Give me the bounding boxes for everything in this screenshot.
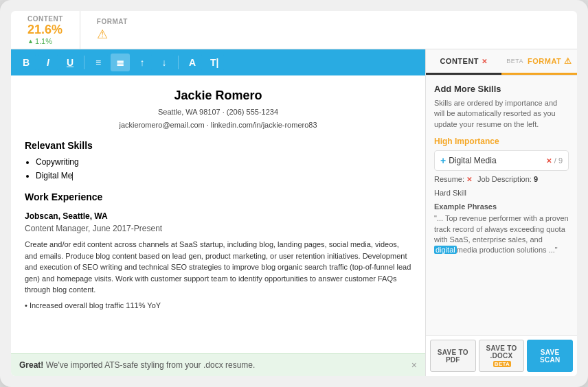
tab-content-label: CONTENT: [440, 57, 479, 65]
content-metric: CONTENT 21.6% 1.1%: [11, 11, 80, 49]
job-company: Jobscan, Seattle, WA: [25, 210, 411, 222]
bottom-actions: SAVE TO PDF SAVE TO .DOCX BETA SAVE SCAN: [426, 335, 577, 376]
warning-icon: ⚠: [97, 27, 108, 42]
beta-badge: BETA: [493, 361, 511, 367]
editor-panel: B I U ≡ ≣ ↑ ↓ A T| Jackie Romero Seattle…: [11, 49, 426, 376]
importance-label: High Importance: [434, 137, 569, 146]
tab-format-warning: ⚠: [564, 56, 572, 66]
align-left-button[interactable]: ≡: [89, 54, 108, 71]
notification-message: We've imported ATS-safe styling from you…: [46, 360, 256, 370]
format-metric: FORMAT ⚠: [80, 11, 144, 49]
right-panel-body: Add More Skills Skills are ordered by im…: [426, 75, 577, 335]
main-area: B I U ≡ ≣ ↑ ↓ A T| Jackie Romero Seattle…: [11, 49, 577, 376]
notification-close[interactable]: ×: [411, 360, 417, 371]
skill-row: + Digital Media ✕ / 9: [434, 150, 569, 171]
beta-label: BETA: [506, 58, 523, 64]
resume-name: Jackie Romero: [25, 86, 411, 105]
resume-content[interactable]: Jackie Romero Seattle, WA 98107 · (206) …: [11, 75, 425, 353]
job-desc-status-item: Job Description: 9: [477, 175, 538, 183]
align-down-button[interactable]: ↓: [155, 54, 174, 71]
save-scan-button[interactable]: SAVE SCAN: [527, 340, 573, 372]
work-section-title: Work Experience: [25, 190, 411, 204]
toolbar-sep-2: [178, 56, 179, 69]
resume-contact2: jackieromero@email.com · linkedin.com/in…: [25, 119, 411, 131]
text-style-button[interactable]: T|: [205, 54, 224, 71]
skills-section-title: Relevant Skills: [25, 139, 411, 153]
editor-toolbar: B I U ≡ ≣ ↑ ↓ A T|: [11, 49, 425, 75]
resume-status: Resume: ✕ Job Description: 9 Hard Skill: [434, 175, 569, 197]
content-change: 1.1%: [27, 37, 52, 45]
hard-skill-label: Hard Skill: [434, 189, 466, 197]
example-highlight: digital: [434, 246, 457, 254]
metrics-bar: CONTENT 21.6% 1.1% FORMAT ⚠: [11, 11, 577, 49]
skills-list: Copywriting Digital Me: [36, 156, 411, 182]
resume-status-item: Resume: ✕: [434, 175, 472, 183]
skill-item-1: Copywriting: [36, 156, 411, 168]
font-color-button[interactable]: A: [183, 54, 202, 71]
example-text-after: media production solutions ...": [457, 246, 558, 254]
align-up-button[interactable]: ↑: [133, 54, 152, 71]
save-pdf-button[interactable]: SAVE TO PDF: [430, 340, 476, 372]
toolbar-sep-1: [84, 56, 84, 69]
job-role: Content Manager, June 2017-Present: [25, 222, 411, 235]
tab-content[interactable]: CONTENT ✕: [426, 49, 501, 75]
notification-bar: Great! We've imported ATS-safe styling f…: [11, 353, 425, 376]
text-cursor: [72, 172, 73, 180]
resume-label: Resume:: [434, 175, 464, 183]
skill-name: Digital Media: [449, 156, 546, 165]
tab-format-label: FORMAT: [528, 57, 561, 65]
add-skills-desc: Skills are ordered by importance and wil…: [434, 98, 569, 130]
right-tabs: CONTENT ✕ BETA FORMAT ⚠: [426, 49, 577, 75]
content-value: 21.6%: [27, 23, 63, 37]
add-skills-title: Add More Skills: [434, 84, 569, 94]
example-text-before: "... Top revenue performer with a proven…: [434, 214, 569, 244]
resume-x-icon: ✕: [466, 176, 472, 183]
resume-contact1: Seattle, WA 98107 · (206) 555-1234: [25, 106, 411, 118]
skill-score: / 9: [554, 156, 563, 165]
right-panel: CONTENT ✕ BETA FORMAT ⚠ Add More Skills …: [426, 49, 577, 376]
notification-text: Great! We've imported ATS-safe styling f…: [19, 360, 255, 370]
example-text: "... Top revenue performer with a proven…: [434, 213, 569, 256]
example-title: Example Phrases: [434, 202, 569, 211]
job-desc-score: 9: [534, 175, 538, 183]
app-container: CONTENT 21.6% 1.1% FORMAT ⚠ B I U ≡ ≣ ↑ …: [0, 0, 588, 387]
content-label: CONTENT: [27, 15, 63, 23]
tab-content-x: ✕: [482, 58, 488, 65]
underline-button[interactable]: U: [60, 54, 80, 71]
hard-skill-item: Hard Skill: [434, 189, 466, 197]
bold-button[interactable]: B: [16, 54, 36, 71]
format-label: FORMAT: [97, 18, 128, 25]
example-section: Example Phrases "... Top revenue perform…: [434, 202, 569, 256]
skill-item-2: Digital Me: [36, 169, 411, 182]
skill-add-btn[interactable]: +: [440, 155, 446, 166]
job-extra: • Increased overall blog traffic 111% Yo…: [25, 300, 411, 312]
job-desc-label: Job Description:: [477, 175, 532, 183]
job-description: Create and/or edit content across channe…: [25, 239, 411, 296]
save-docx-label: SAVE TO .DOCX: [486, 344, 517, 360]
notification-bold: Great!: [19, 360, 43, 370]
align-center-button[interactable]: ≣: [111, 54, 130, 71]
save-docx-button[interactable]: SAVE TO .DOCX BETA: [479, 340, 525, 372]
skill-remove-btn[interactable]: ✕: [546, 157, 552, 165]
tab-format[interactable]: BETA FORMAT ⚠: [501, 49, 577, 75]
italic-button[interactable]: I: [38, 54, 58, 71]
